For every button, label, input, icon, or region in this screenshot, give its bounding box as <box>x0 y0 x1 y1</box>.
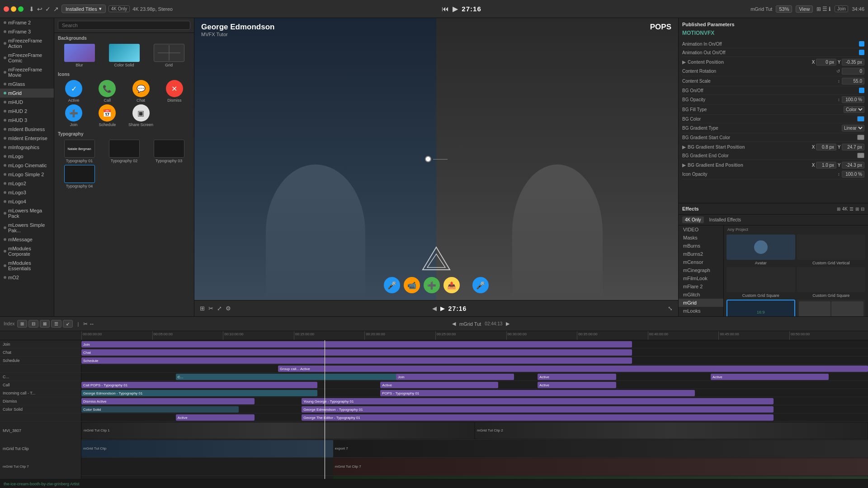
installed-titles-dropdown[interactable]: Installed Titles ▾ <box>61 5 106 13</box>
content-position-section[interactable]: ▶ Content Position X Y <box>682 57 864 66</box>
sidebar-item-mmodulescorp[interactable]: mModules Corporate <box>0 244 54 258</box>
clip-join[interactable]: Join <box>81 341 632 347</box>
effect-custom-grid-square1[interactable]: Custom Grid Square <box>726 267 795 298</box>
sidebar-item-mframe2[interactable]: mFrame 2 <box>0 18 54 27</box>
play-button[interactable]: ▶ <box>453 5 458 13</box>
sidebar-item-minfographics[interactable]: mInfographics <box>0 143 54 152</box>
info-icon[interactable]: ℹ <box>829 6 831 12</box>
typo-02-item[interactable]: Typography 02 <box>103 140 146 163</box>
settings-icon[interactable]: ⚙ <box>226 305 231 312</box>
grid-icon[interactable]: ⊞ <box>816 6 821 12</box>
clip-call[interactable]: Call POPS - Typography 01 <box>81 382 317 388</box>
content-pos-y[interactable] <box>842 59 864 66</box>
effect-h169[interactable]: 16:9 Horizontal 16:9 Project <box>726 300 795 316</box>
check-icon[interactable]: ✓ <box>45 5 51 13</box>
sidebar-item-mframe3[interactable]: mFrame 3 <box>0 27 54 36</box>
sidebar-item-mlowerssimple[interactable]: mLowers Simple Pak... <box>0 221 54 235</box>
effects-item-mfilmlook[interactable]: mFilmLook <box>679 274 723 282</box>
icon-sharescreen[interactable]: ▣ Share Screen <box>125 104 157 127</box>
layout-icon[interactable]: ⊞ <box>200 305 205 312</box>
trim-icon[interactable]: ✂ <box>208 305 213 312</box>
clip-c3[interactable]: Active <box>538 374 616 380</box>
transform-icon[interactable]: ⤢ <box>217 305 222 312</box>
bg-gradend-swatch[interactable] <box>857 153 864 158</box>
effects-ctrl-1[interactable]: ⊞ <box>837 206 840 211</box>
anim-in-checkbox[interactable] <box>859 41 864 47</box>
icon-call[interactable]: 📞 Call <box>91 80 123 103</box>
zoom-control[interactable] <box>425 156 448 162</box>
content-rotation-input[interactable] <box>842 68 864 75</box>
video-button[interactable]: 📹 <box>404 277 420 293</box>
tl-btn-1[interactable]: ⊞ <box>17 320 27 328</box>
remote-mute-button[interactable]: 🎤 <box>472 277 489 293</box>
effects-ctrl-4[interactable]: ⊞ <box>855 206 859 211</box>
zoom-level[interactable]: 53% <box>776 5 792 13</box>
clip-incoming2[interactable]: POPS - Typography 01 <box>380 390 695 396</box>
clip-c[interactable]: C... <box>176 374 412 380</box>
rewind-button[interactable]: ⏮ <box>442 5 449 13</box>
sidebar-item-midentbusiness[interactable]: mIdent Business <box>0 125 54 134</box>
icon-opacity-input[interactable] <box>842 171 864 178</box>
clip-incoming[interactable]: George Edmondson - Typography 01 <box>81 390 317 396</box>
tl-btn-2[interactable]: ⊟ <box>28 320 38 328</box>
icon-dismiss[interactable]: ✕ Dismiss <box>159 80 190 103</box>
play-prev-icon[interactable]: ◀ <box>432 305 437 312</box>
minimize-dot[interactable] <box>11 6 16 12</box>
effect-custom-grid-square2[interactable]: Custom Grid Square <box>797 267 866 298</box>
sidebar-item-mlogo[interactable]: mLogo <box>0 152 54 161</box>
bg-grid-item[interactable]: Grid <box>147 44 190 67</box>
anim-out-checkbox[interactable] <box>859 50 864 55</box>
sidebar-item-mfreezeaction[interactable]: mFreezeFrame Action <box>0 36 54 51</box>
clip-colorsolid2[interactable]: George Edmondson - Typography 01 <box>302 406 774 413</box>
sidebar-item-mmessage[interactable]: mMessage <box>0 235 54 244</box>
effects-item-mburns[interactable]: mBurns <box>679 242 723 250</box>
sidebar-item-mhud3[interactable]: mHUD 3 <box>0 116 54 125</box>
tl-tool-1[interactable]: ✂ <box>83 321 88 327</box>
sidebar-item-mlogosimple2[interactable]: mLogo Simple 2 <box>0 170 54 179</box>
sidebar-item-mlogo4[interactable]: mLogo4 <box>0 197 54 206</box>
sidebar-item-mo2[interactable]: mO2 <box>0 273 54 282</box>
bg-gradstart-swatch[interactable] <box>857 135 864 140</box>
tl-prev[interactable]: ◀ <box>452 321 456 327</box>
tl-btn-arrow[interactable]: ↙ <box>63 320 73 328</box>
bg-color-swatch[interactable] <box>857 116 864 122</box>
sidebar-item-mlogo3[interactable]: mLogo3 <box>0 188 54 197</box>
add-button[interactable]: ➕ <box>424 277 440 293</box>
bg-gradstart-pos-section[interactable]: ▶ BG Gradient Start Position X Y <box>682 142 864 151</box>
sidebar-item-midentent[interactable]: mIdent Enterprise <box>0 134 54 143</box>
gradstart-pos-x[interactable] <box>816 144 836 150</box>
gradend-pos-y[interactable] <box>842 162 864 169</box>
bg-solid-item[interactable]: Color Solid <box>103 44 146 67</box>
clip-dismiss[interactable]: Dismiss Active <box>81 398 255 404</box>
sidebar-item-mlowers[interactable]: mLowers Mega Pack <box>0 206 54 221</box>
effects-item-mglitch[interactable]: mGlitch <box>679 291 723 299</box>
typo-04-item[interactable]: Typography 04 <box>58 165 101 188</box>
sidebar-item-mfreezemovie[interactable]: mFreezeFrame Movie <box>0 65 54 80</box>
sidebar-item-mgrid[interactable]: mGrid <box>0 89 54 98</box>
sidebar-item-mhud[interactable]: mHUD <box>0 98 54 107</box>
effects-item-mcinegraph[interactable]: mCinegraph <box>679 266 723 274</box>
icon-join[interactable]: ➕ Join <box>58 104 90 127</box>
content-pos-x[interactable] <box>816 59 836 66</box>
fullscreen-dot[interactable] <box>18 6 24 12</box>
sidebar-item-mlogo2[interactable]: mLogo2 <box>0 179 54 188</box>
effects-item-masks[interactable]: Masks <box>679 234 723 242</box>
undo-icon[interactable]: ↩ <box>37 5 42 13</box>
bg-onoff-checkbox[interactable] <box>859 88 864 93</box>
bg-filltype-select[interactable]: Color <box>844 106 864 113</box>
clip-dismiss2[interactable]: Young George - Typography 01 <box>302 398 774 404</box>
effects-ctrl-3[interactable]: ☰ <box>849 206 854 211</box>
join-button[interactable]: Join <box>835 5 848 12</box>
effects-item-mgrid[interactable]: mGrid <box>679 299 723 307</box>
sidebar-item-mmodulesess[interactable]: mModules Essentials <box>0 258 54 273</box>
effects-item-mcensor[interactable]: mCensor <box>679 258 723 266</box>
effects-ctrl-2[interactable]: 4K <box>842 206 848 211</box>
sidebar-item-mfreezecomic[interactable]: mFreezeFrame Comic <box>0 51 54 65</box>
list-icon[interactable]: ☰ <box>822 6 827 12</box>
typo-01-item[interactable]: Natalie Bergman Typography 01 <box>58 140 101 163</box>
effects-tab-installed[interactable]: Installed Effects <box>707 216 744 223</box>
clip-colorsolid[interactable]: Color Solid <box>81 406 239 413</box>
search-input[interactable] <box>58 21 190 30</box>
back-icon[interactable]: ⬇ <box>29 5 34 13</box>
sidebar-item-mlogocinematic[interactable]: mLogo Cinematic <box>0 161 54 170</box>
